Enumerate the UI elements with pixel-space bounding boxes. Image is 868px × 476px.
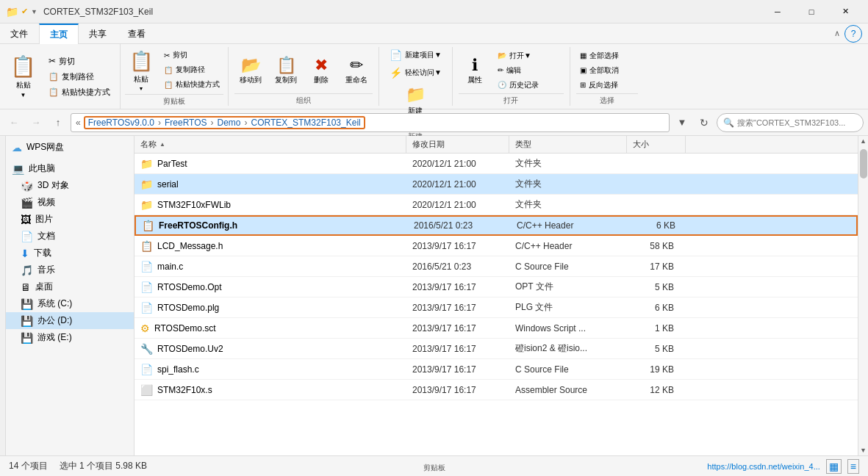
sidebar-item-sys[interactable]: 💾 系统 (C:) — [6, 295, 134, 312]
paste-shortcut-btn[interactable]: 📋 粘贴快捷方式 — [160, 78, 223, 91]
paste-shortcut-button[interactable]: 📋 粘贴快捷方式 — [45, 85, 114, 99]
tab-view[interactable]: 查看 — [118, 24, 157, 44]
scissors-icon: ✂ — [49, 56, 56, 66]
sidebar-item-3d[interactable]: 🎲 3D 对象 — [6, 177, 134, 194]
close-button[interactable]: ✕ — [828, 0, 862, 24]
sidebar-item-wps[interactable]: ☁ WPS网盘 — [6, 139, 134, 156]
table-row[interactable]: 📄 RTOSDemo.plg 2013/9/17 16:17 PLG 文件 6 … — [134, 298, 858, 318]
organize-group: 📂 移动到 📋 复制到 ✖ 删除 ✏ 重命名 — [229, 47, 379, 106]
address-path[interactable]: « FreeRTOSv9.0.0 › FreeRTOS › Demo › COR… — [71, 113, 670, 132]
rename-icon: ✏ — [350, 56, 363, 75]
file-name: STM32F10xFWLib — [157, 200, 231, 210]
invert-select-btn[interactable]: ⊞ 反向选择 — [576, 79, 638, 92]
file-date: 2013/9/17 16:17 — [406, 303, 509, 313]
select-none-btn[interactable]: ▣ 全部取消 — [576, 64, 638, 77]
path-segment-freertos[interactable]: FreeRTOS — [165, 118, 207, 128]
up-button[interactable]: ↑ — [49, 113, 68, 132]
table-row[interactable]: ⬜ STM32F10x.s 2013/9/17 16:17 Assembler … — [134, 380, 858, 400]
file-name: RTOSDemo.Opt — [157, 282, 222, 292]
header-file-icon: 📋 — [140, 240, 153, 252]
table-row[interactable]: 📄 spi_flash.c 2013/9/17 16:17 C Source F… — [134, 359, 858, 380]
path-segment-cortex[interactable]: CORTEX_STM32F103_Keil — [251, 118, 361, 128]
table-row[interactable]: 📁 ParTest 2020/12/1 21:00 文件夹 — [134, 154, 858, 174]
cut-button[interactable]: ✂ 剪切 — [45, 54, 114, 68]
select-all-btn[interactable]: ▦ 全部选择 — [576, 49, 638, 62]
new-item-btn[interactable]: 📄 新建项目▼ — [385, 47, 446, 63]
path-segment-demo[interactable]: Demo — [218, 118, 241, 128]
download-icon: ⬇ — [21, 248, 29, 259]
sidebar-item-doc[interactable]: 📄 文档 — [6, 228, 134, 245]
scroll-thumb[interactable] — [860, 149, 867, 178]
file-name: RTOSDemo.plg — [157, 303, 219, 313]
table-row[interactable]: 🔧 RTOSDemo.Uv2 2013/9/17 16:17 磴ision2 &… — [134, 339, 858, 359]
delete-button[interactable]: ✖ 删除 — [305, 54, 337, 87]
table-row[interactable]: 📁 STM32F10xFWLib 2020/12/1 21:00 文件夹 — [134, 195, 858, 215]
breadcrumb-left-arrow: « — [76, 118, 81, 128]
path-dropdown-button[interactable]: ▼ — [672, 113, 692, 132]
scroll-down-arrow[interactable]: ▼ — [858, 445, 869, 455]
tab-home[interactable]: 主页 — [39, 24, 79, 44]
sidebar-item-game[interactable]: 💾 游戏 (E:) — [6, 329, 134, 346]
scroll-up-arrow[interactable]: ▲ — [858, 136, 869, 146]
main-area: ☁ WPS网盘 💻 此电脑 🎲 3D 对象 🎬 视频 🖼 图片 📄 文档 ⬇ 下… — [0, 136, 868, 455]
table-row[interactable]: 📄 RTOSDemo.Opt 2013/9/17 16:17 OPT 文件 5 … — [134, 277, 858, 298]
sidebar-item-picture[interactable]: 🖼 图片 — [6, 211, 134, 228]
easy-access-btn[interactable]: ⚡ 轻松访问▼ — [385, 65, 446, 81]
sidebar-item-download[interactable]: ⬇ 下载 — [6, 245, 134, 262]
file-type: C Source File — [509, 262, 627, 272]
file-size: 58 KB — [627, 241, 686, 251]
forward-button[interactable]: → — [26, 113, 46, 132]
refresh-button[interactable]: ↻ — [695, 113, 714, 132]
col-header-size[interactable]: 大小 — [627, 136, 686, 153]
copy-path-button[interactable]: 📋 复制路径 — [45, 70, 114, 84]
properties-icon: ℹ — [472, 56, 478, 75]
open-btn[interactable]: 📂 打开▼ — [494, 49, 542, 62]
tab-share[interactable]: 共享 — [79, 24, 118, 44]
history-btn[interactable]: 🕑 历史记录 — [494, 79, 542, 92]
file-size: 17 KB — [627, 262, 686, 272]
select-group: ▦ 全部选择 ▣ 全部取消 ⊞ 反向选择 选择 — [570, 47, 644, 106]
uv2-file-icon: 🔧 — [140, 343, 153, 355]
edit-btn[interactable]: ✏ 编辑 — [494, 64, 542, 77]
sidebar-item-music[interactable]: 🎵 音乐 — [6, 262, 134, 278]
table-row[interactable]: 📁 serial 2020/12/1 21:00 文件夹 — [134, 174, 858, 195]
col-header-date[interactable]: 修改日期 — [406, 136, 509, 153]
table-row[interactable]: ⚙ RTOSDemo.sct 2013/9/17 16:17 Windows S… — [134, 318, 858, 339]
help-button[interactable]: ? — [844, 25, 862, 43]
col-header-name[interactable]: 名称 ▲ — [134, 136, 406, 153]
table-row[interactable]: 📄 main.c 2016/5/21 0:23 C Source File 17… — [134, 256, 858, 277]
cut-btn[interactable]: ✂ 剪切 — [160, 48, 223, 62]
back-button[interactable]: ← — [4, 113, 24, 132]
check-icon: ✔ — [21, 7, 28, 16]
search-box[interactable]: 🔍 — [717, 113, 864, 132]
right-scrollbar[interactable]: ▲ ▼ — [858, 136, 868, 455]
rename-button[interactable]: ✏ 重命名 — [340, 54, 373, 87]
file-name: LCD_Message.h — [157, 241, 223, 251]
copy-path-btn[interactable]: 📋 复制路径 — [160, 63, 223, 76]
properties-button[interactable]: ℹ 属性 — [459, 54, 491, 87]
maximize-button[interactable]: □ — [795, 0, 828, 24]
table-row[interactable]: 📋 LCD_Message.h 2013/9/17 16:17 C/C++ He… — [134, 236, 858, 256]
minimize-button[interactable]: ─ — [761, 0, 795, 24]
file-type: C Source File — [509, 364, 627, 375]
tab-file[interactable]: 文件 — [0, 24, 39, 44]
file-size: 6 KB — [627, 303, 686, 313]
collapse-ribbon-icon[interactable]: ∧ — [834, 29, 840, 38]
paste-button[interactable]: 📋 粘贴 ▼ — [6, 51, 40, 101]
file-name: ParTest — [157, 159, 187, 169]
table-row[interactable]: 📋 FreeRTOSConfig.h 2016/5/21 0:23 C/C++ … — [134, 215, 858, 236]
plg-file-icon: 📄 — [140, 302, 153, 314]
col-header-type[interactable]: 类型 — [509, 136, 627, 153]
thispc-icon: 💻 — [12, 163, 24, 175]
sidebar-item-office[interactable]: 💾 办公 (D:) — [6, 312, 134, 329]
delete-icon: ✖ — [315, 56, 328, 75]
folder-icon: 📁 — [6, 6, 18, 18]
paste-big-button[interactable]: 📋 粘贴 ▼ — [125, 47, 157, 94]
move-to-button[interactable]: 📂 移动到 — [234, 54, 267, 87]
sidebar-item-video[interactable]: 🎬 视频 — [6, 194, 134, 211]
sidebar-item-thispc[interactable]: 💻 此电脑 — [6, 160, 134, 177]
sidebar-item-desktop[interactable]: 🖥 桌面 — [6, 278, 134, 295]
path-segment-freertos-v[interactable]: FreeRTOSv9.0.0 — [88, 118, 154, 128]
copy-to-button[interactable]: 📋 复制到 — [270, 54, 302, 87]
search-input[interactable] — [737, 118, 857, 127]
